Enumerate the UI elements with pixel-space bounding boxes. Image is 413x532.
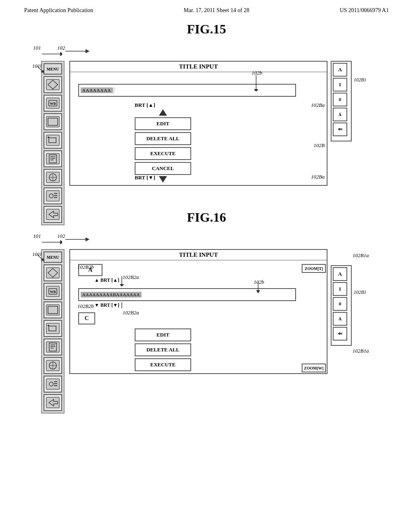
note-icon-fig15[interactable] bbox=[44, 187, 62, 204]
note-svg bbox=[46, 190, 60, 202]
page-svg-16 bbox=[46, 341, 60, 353]
key-Adot-fig15[interactable]: Á bbox=[333, 108, 347, 121]
svg-rect-16 bbox=[50, 156, 55, 157]
delete-btn-fig16[interactable]: DELETE ALL bbox=[135, 343, 191, 356]
svg-rect-18 bbox=[50, 160, 54, 160]
header-center: Mar. 17, 2011 Sheet 14 of 28 bbox=[184, 7, 249, 14]
arrow-102b bbox=[248, 73, 264, 91]
page-icon-fig15[interactable] bbox=[44, 150, 62, 167]
key-A-fig16[interactable]: A bbox=[333, 267, 347, 281]
input-filled-text: AAAAAAAA bbox=[81, 87, 113, 93]
key-A-fig15[interactable]: A bbox=[333, 63, 347, 77]
main-panel-fig15: TITLE INPUT AAAAAAAA 102b BRT [▲] EDIT D… bbox=[69, 61, 327, 186]
svg-rect-17 bbox=[50, 158, 55, 159]
execute-btn-fig16[interactable]: EXECUTE bbox=[135, 358, 191, 371]
circle-svg bbox=[46, 171, 60, 183]
key-Adot-fig16[interactable]: Á bbox=[333, 312, 347, 326]
ref-102B2b-top: 102B2b bbox=[77, 264, 94, 270]
small-rect-icon-fig16[interactable] bbox=[44, 320, 62, 337]
wb-button-fig16[interactable]: WB bbox=[44, 283, 62, 300]
svg-line-34 bbox=[37, 66, 42, 71]
svg-rect-26 bbox=[54, 195, 57, 196]
key-1-fig16[interactable]: 1 bbox=[333, 282, 347, 296]
zoom-top-btn[interactable]: ZOOM[T] bbox=[302, 264, 326, 273]
small-rect-svg-16 bbox=[46, 322, 60, 335]
main-panel-fig16: TITLE INPUT ZOOM[T] A ▲ BRT [▲] 102B2a 1… bbox=[69, 249, 327, 374]
fig16-section: FIG.16 101 102 101b1 MENU bbox=[0, 210, 413, 386]
svg-rect-59 bbox=[46, 379, 59, 389]
ref-102B1-fig15: 102B1 bbox=[354, 77, 366, 83]
brt-top-label-fig15: BRT [▲] bbox=[135, 102, 155, 108]
svg-rect-47 bbox=[46, 323, 59, 334]
menu-button-fig15[interactable]: MENU bbox=[44, 63, 62, 75]
patent-header: Patent Application Publication Mar. 17, … bbox=[0, 0, 413, 18]
arrow-101b1 bbox=[35, 64, 45, 74]
svg-rect-25 bbox=[54, 193, 57, 194]
diamond-svg bbox=[46, 79, 60, 91]
fig16-diagram: 101 102 101b1 MENU bbox=[33, 229, 380, 386]
note-svg-16 bbox=[46, 378, 60, 390]
note-icon-fig16[interactable] bbox=[44, 376, 62, 393]
input-empty-area-16 bbox=[142, 292, 294, 298]
sidebar-fig15: MENU WB bbox=[41, 61, 65, 225]
circle-icon-fig15[interactable] bbox=[44, 169, 62, 186]
svg-rect-13 bbox=[48, 137, 49, 138]
svg-rect-54 bbox=[50, 348, 54, 349]
key-C-inset-bot: C bbox=[78, 312, 95, 324]
svg-rect-50 bbox=[46, 342, 59, 352]
header-left: Patent Application Publication bbox=[24, 7, 93, 14]
diamond-icon-fig16[interactable] bbox=[44, 264, 62, 281]
delete-btn-fig15[interactable]: DELETE ALL bbox=[135, 132, 191, 145]
zoom-bot-btn[interactable]: ZOOM[W] bbox=[302, 364, 326, 372]
arrow-icon-fig15[interactable] bbox=[44, 206, 62, 223]
svg-marker-3 bbox=[86, 49, 90, 53]
key-backspace-fig16[interactable]: ⇐ bbox=[333, 327, 347, 341]
rect-svg-16 bbox=[46, 304, 60, 316]
svg-rect-62 bbox=[54, 383, 57, 384]
ref-102B2b-bot: 102B2b bbox=[77, 303, 94, 310]
svg-rect-23 bbox=[46, 191, 59, 201]
page-svg bbox=[46, 153, 60, 165]
rect-svg bbox=[46, 116, 60, 128]
diamond-icon-fig15[interactable] bbox=[44, 76, 62, 93]
svg-rect-61 bbox=[54, 381, 57, 382]
edit-btn-fig15[interactable]: EDIT bbox=[135, 117, 191, 130]
edit-btn-fig16[interactable]: EDIT bbox=[135, 328, 191, 341]
arrow-102b-16 bbox=[252, 281, 264, 293]
circle-icon-fig16[interactable] bbox=[44, 357, 62, 374]
key-hash-fig15[interactable]: # bbox=[333, 93, 347, 106]
svg-rect-14 bbox=[46, 154, 59, 164]
arrow-svg-16 bbox=[46, 397, 60, 409]
fig16-title: FIG.16 bbox=[24, 210, 389, 225]
ref-102B2a-bot: 102B2a bbox=[123, 310, 139, 316]
page-icon-fig16[interactable] bbox=[44, 339, 62, 355]
key-backspace-fig15[interactable]: ⇐ bbox=[333, 123, 347, 136]
svg-marker-31 bbox=[254, 89, 258, 91]
wb-button-fig15[interactable]: WB bbox=[44, 95, 62, 112]
svg-rect-52 bbox=[50, 345, 55, 345]
key-hash-fig16[interactable]: # bbox=[333, 297, 347, 311]
execute-btn-fig15[interactable]: EXECUTE bbox=[135, 147, 191, 160]
title-bar-fig15: TITLE INPUT bbox=[70, 62, 327, 72]
small-rect-icon-fig15[interactable] bbox=[44, 132, 62, 149]
menu-button-fig16[interactable]: MENU bbox=[44, 251, 62, 263]
menu-label-fig15: MENU bbox=[47, 67, 59, 71]
key-1-fig15[interactable]: 1 bbox=[333, 78, 347, 91]
brt-top-fig16: ▲ BRT [▲] bbox=[94, 277, 119, 283]
cancel-btn-fig15[interactable]: CANCEL bbox=[135, 162, 191, 175]
arrow-102B2a-bot bbox=[118, 302, 126, 310]
svg-rect-63 bbox=[54, 385, 57, 386]
arrow-101-fig16 bbox=[38, 236, 62, 248]
rect-icon-fig15[interactable] bbox=[44, 113, 62, 130]
keyboard-panel-fig16: A 1 # Á ⇐ bbox=[331, 265, 352, 346]
svg-line-72 bbox=[37, 254, 42, 260]
header-right: US 2011/0066979 A1 bbox=[340, 7, 389, 14]
arrow-102 bbox=[61, 48, 94, 60]
fig15-diagram: 101 102 101b1 MENU bbox=[33, 41, 380, 198]
svg-rect-49 bbox=[48, 325, 49, 326]
keyboard-panel-fig15: A 1 # Á ⇐ bbox=[331, 61, 352, 141]
arrow-icon-fig16[interactable] bbox=[44, 394, 62, 411]
wb-svg-16: WB bbox=[46, 285, 60, 297]
rect-icon-fig16[interactable] bbox=[44, 301, 62, 318]
svg-rect-27 bbox=[54, 197, 57, 198]
